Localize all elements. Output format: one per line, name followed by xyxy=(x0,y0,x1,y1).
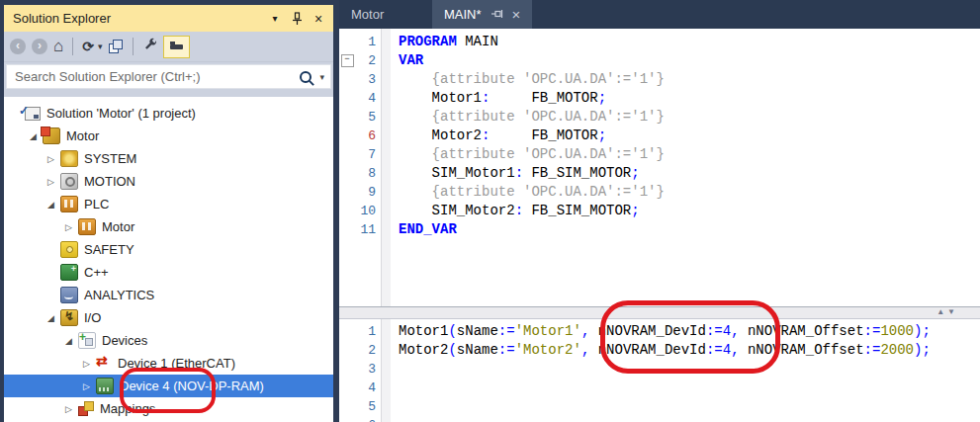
code-line[interactable]: 4 Motor1: FB_MOTOR; xyxy=(339,89,980,108)
code-token: ; xyxy=(631,203,639,218)
expander-expanded-icon[interactable]: ◢ xyxy=(44,313,58,323)
code-token: ); xyxy=(914,323,931,339)
tree-item-motor[interactable]: ▷Motor xyxy=(4,215,333,238)
search-row: ▾ xyxy=(4,62,333,97)
search-options-icon[interactable]: ▾ xyxy=(319,72,324,82)
line-number: 6 xyxy=(355,127,381,145)
code-line[interactable]: 10 SIM_Motor2: FB_SIM_MOTOR; xyxy=(339,202,980,220)
tree-item-solution-motor-1-project[interactable]: ✓Solution 'Motor' (1 project) xyxy=(4,102,333,125)
code-line[interactable]: 1Motor1(sName:='Motor1', nNOVRAM_DevId:=… xyxy=(339,322,980,341)
tree-item-safety[interactable]: SAFETY xyxy=(4,238,333,261)
tree-item-i-o[interactable]: ◢I/O xyxy=(4,306,333,329)
expander-expanded-icon[interactable]: ◢ xyxy=(26,131,41,141)
collapse-all-button[interactable] xyxy=(109,40,124,54)
implementation-editor[interactable]: 1Motor1(sName:='Motor1', nNOVRAM_DevId:=… xyxy=(339,319,980,422)
code-line[interactable]: 6 xyxy=(339,416,980,422)
solution-explorer-toolbar: ‹ › ⌂ ⟳ ▾ xyxy=(4,32,333,62)
code-token: ; xyxy=(631,165,639,181)
expander-collapsed-icon[interactable]: ▷ xyxy=(61,222,76,232)
search-icon[interactable] xyxy=(300,71,312,83)
tree-item-motor[interactable]: ◢Motor xyxy=(4,125,333,147)
tree-item-mappings[interactable]: ▷Mappings xyxy=(4,397,333,420)
expander-expanded-icon[interactable]: ◢ xyxy=(61,336,76,346)
code-token: := xyxy=(864,342,881,358)
code-token: nNOVRAM_Offset xyxy=(748,323,864,339)
close-icon[interactable]: × xyxy=(311,11,326,27)
code-line[interactable]: 3 xyxy=(339,360,980,379)
home-button[interactable]: ⌂ xyxy=(53,39,63,54)
code-line[interactable]: 3 {attribute 'OPC.UA.DA':='1'} xyxy=(339,70,980,89)
toolbar-separator xyxy=(133,38,134,55)
expander-expanded-icon[interactable]: ◢ xyxy=(44,200,58,210)
code-text: SIM_Motor1: FB_SIM_MOTOR; xyxy=(391,164,640,183)
code-line[interactable]: 4 xyxy=(339,379,980,397)
expander-collapsed-icon[interactable]: ▷ xyxy=(44,154,58,164)
tab-pin-icon[interactable] xyxy=(490,8,503,21)
collapse-region-icon[interactable]: − xyxy=(341,54,354,67)
tab-close-icon[interactable]: × xyxy=(512,7,521,22)
expander-collapsed-icon[interactable]: ▷ xyxy=(61,404,76,414)
tree-item-motion[interactable]: ▷MOTION xyxy=(4,170,333,193)
tree-item-device-4-nov-dp-ram[interactable]: ▷Device 4 (NOV-DP-RAM) xyxy=(4,375,333,397)
mappings-icon xyxy=(78,401,94,416)
search-input[interactable] xyxy=(13,68,300,85)
tree-item-c[interactable]: C++ xyxy=(4,261,333,284)
code-line[interactable]: 11END_VAR xyxy=(339,220,980,239)
line-number: 1 xyxy=(355,322,381,341)
code-token: {attribute 'OPC.UA.DA':='1'} xyxy=(399,184,665,200)
forward-button[interactable]: › xyxy=(32,39,47,54)
splitter-arrows-icon[interactable]: ▲▼ xyxy=(936,307,958,316)
line-number: 3 xyxy=(355,70,381,89)
checked-icon: ✓ xyxy=(19,104,29,118)
properties-wrench-button[interactable] xyxy=(142,38,157,56)
tree-item-system[interactable]: ▷SYSTEM xyxy=(4,147,333,170)
toolbar-separator xyxy=(72,38,73,55)
code-line[interactable]: −2VAR xyxy=(339,51,980,70)
search-box[interactable]: ▾ xyxy=(6,64,331,89)
panel-title: Solution Explorer xyxy=(13,11,261,26)
tree-item-label: SAFETY xyxy=(84,242,134,257)
novram-icon xyxy=(96,378,114,394)
ethercat-icon xyxy=(96,356,112,371)
line-number: 7 xyxy=(355,145,381,164)
code-line[interactable]: 5 {attribute 'OPC.UA.DA':='1'} xyxy=(339,108,980,127)
editor-splitter[interactable]: ▲▼ xyxy=(339,306,980,319)
sync-active-document-button[interactable]: ⟳ xyxy=(82,39,94,54)
code-token: 'Motor2' xyxy=(515,342,581,358)
expander-collapsed-icon[interactable]: ▷ xyxy=(44,177,58,187)
code-line[interactable]: 1PROGRAM MAIN xyxy=(339,33,980,51)
code-token: Motor2 xyxy=(399,127,482,143)
expander-collapsed-icon[interactable]: ▷ xyxy=(79,359,94,369)
tree-item-plc[interactable]: ◢PLC xyxy=(4,193,333,215)
declaration-editor[interactable]: 1PROGRAM MAIN−2VAR3 {attribute 'OPC.UA.D… xyxy=(339,29,980,306)
code-token: SIM_Motor2 xyxy=(399,203,515,218)
safety-icon xyxy=(60,241,78,258)
code-text: END_VAR xyxy=(391,220,457,239)
code-token: := xyxy=(706,323,723,339)
plc-icon xyxy=(60,196,78,212)
tree-item-analytics[interactable]: ANALYTICS xyxy=(4,284,333,306)
code-token: VAR xyxy=(399,52,423,68)
preview-selected-items-toggle[interactable] xyxy=(163,36,190,58)
code-line[interactable]: 7 {attribute 'OPC.UA.DA':='1'} xyxy=(339,145,980,164)
solution-explorer-panel: Solution Explorer ▾ × ‹ › ⌂ ⟳ ▾ xyxy=(4,5,333,422)
code-line[interactable]: 9 {attribute 'OPC.UA.DA':='1'} xyxy=(339,183,980,202)
back-button[interactable]: ‹ xyxy=(10,39,26,54)
expander-collapsed-icon[interactable]: ▷ xyxy=(79,381,94,391)
sync-dropdown-icon[interactable]: ▾ xyxy=(98,42,103,51)
pin-icon[interactable] xyxy=(289,11,305,27)
tab-motor[interactable]: Motor xyxy=(339,0,432,29)
window-position-icon[interactable]: ▾ xyxy=(267,11,283,27)
code-text: Motor2(sName:='Motor2', nNOVRAM_DevId:=4… xyxy=(391,341,931,360)
code-line[interactable]: 2Motor2(sName:='Motor2', nNOVRAM_DevId:=… xyxy=(339,341,980,360)
code-token: Motor2 xyxy=(399,342,448,358)
code-line[interactable]: 8 SIM_Motor1: FB_SIM_MOTOR; xyxy=(339,164,980,183)
code-line[interactable]: 5 xyxy=(339,397,980,416)
tree-item-device-1-ethercat[interactable]: ▷Device 1 (EtherCAT) xyxy=(4,352,333,375)
tree-item-devices[interactable]: ◢Devices xyxy=(4,329,333,352)
tree-item-label: C++ xyxy=(84,265,109,280)
code-token: ( xyxy=(448,323,456,339)
tree-item-label: MOTION xyxy=(84,174,135,189)
code-line[interactable]: 6 Motor2: FB_MOTOR; xyxy=(339,127,980,145)
tab-main[interactable]: MAIN* × xyxy=(432,0,532,29)
